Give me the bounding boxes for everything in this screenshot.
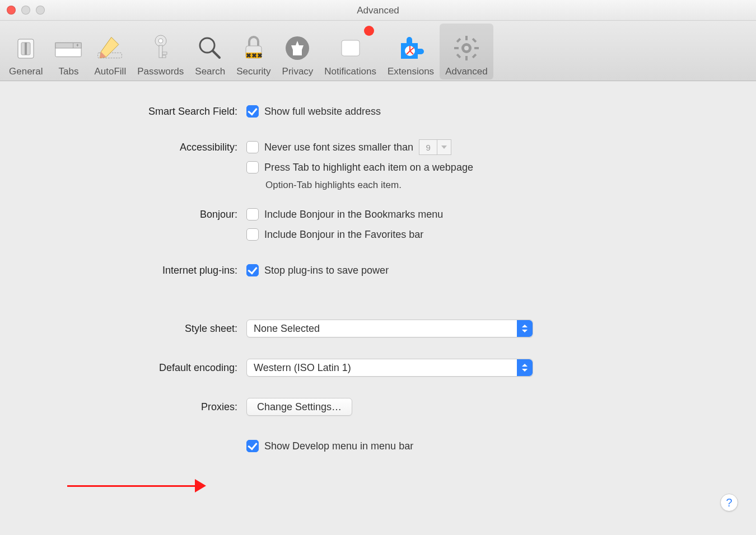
stop-plugins-text: Stop plug-ins to save power (264, 265, 389, 276)
bonjour-label: Bonjour: (22, 207, 246, 222)
toolbar-item-label: Advanced (445, 66, 488, 77)
smart-search-label: Smart Search Field: (22, 104, 246, 119)
chevron-down-icon[interactable] (437, 139, 451, 155)
svg-rect-35 (456, 38, 461, 43)
select-arrows-icon (517, 359, 533, 376)
press-tab-text: Press Tab to highlight each item on a we… (264, 162, 473, 173)
accessibility-hint: Option-Tab highlights each item. (265, 180, 734, 191)
svg-rect-10 (159, 45, 162, 58)
plugins-label: Internet plug-ins: (22, 262, 246, 278)
toolbar-item-general[interactable]: General (3, 24, 48, 79)
toolbar-item-tabs[interactable]: + Tabs (48, 24, 88, 79)
bonjour-bookmarks-checkbox[interactable] (246, 208, 259, 220)
toolbar-item-label: General (9, 66, 43, 77)
svg-rect-36 (472, 38, 477, 43)
toolbar-item-advanced[interactable]: Advanced (440, 24, 493, 79)
preferences-content: Smart Search Field: Show full website ad… (0, 81, 756, 458)
style-sheet-select[interactable]: None Selected (246, 320, 533, 337)
svg-text:+: + (76, 42, 80, 48)
svg-rect-31 (465, 36, 468, 40)
change-settings-button[interactable]: Change Settings… (246, 398, 352, 416)
toolbar-item-label: Notifications (324, 66, 376, 77)
autofill-icon (96, 34, 125, 63)
toolbar-item-autofill[interactable]: AutoFill (88, 24, 132, 79)
svg-point-39 (464, 46, 469, 50)
minimize-window-button[interactable] (21, 6, 30, 15)
security-icon (239, 34, 268, 63)
default-encoding-value: Western (ISO Latin 1) (254, 362, 351, 374)
show-full-url-checkbox[interactable] (246, 105, 259, 118)
min-font-text: Never use font sizes smaller than (264, 142, 413, 153)
svg-rect-38 (472, 54, 477, 58)
preferences-toolbar: General + Tabs AutoFill Passwords Search… (0, 21, 756, 81)
help-button[interactable]: ? (720, 494, 738, 511)
extensions-icon (396, 34, 426, 63)
toolbar-item-search[interactable]: Search (189, 24, 231, 79)
show-develop-menu-text: Show Develop menu in menu bar (264, 440, 413, 452)
titlebar: Advanced (0, 0, 756, 21)
svg-line-14 (213, 51, 220, 58)
proxies-label: Proxies: (22, 398, 246, 416)
default-encoding-label: Default encoding: (22, 359, 246, 377)
search-icon (195, 34, 225, 63)
show-full-url-text: Show full website address (264, 106, 381, 118)
toolbar-item-label: Security (236, 66, 270, 77)
notifications-badge-icon (364, 26, 374, 36)
toolbar-item-label: Search (195, 66, 225, 77)
svg-point-9 (158, 39, 163, 43)
toolbar-item-label: AutoFill (94, 66, 126, 77)
min-font-size-input[interactable] (419, 139, 437, 155)
toolbar-item-privacy[interactable]: Privacy (277, 24, 319, 79)
svg-rect-34 (474, 47, 479, 49)
bonjour-bookmarks-text: Include Bonjour in the Bookmarks menu (264, 209, 443, 220)
toolbar-item-label: Passwords (137, 66, 184, 77)
toolbar-item-passwords[interactable]: Passwords (132, 24, 189, 79)
min-font-checkbox[interactable] (246, 141, 259, 153)
privacy-icon (283, 34, 312, 63)
toolbar-item-notifications[interactable]: Notifications (319, 24, 382, 79)
svg-rect-37 (456, 54, 461, 58)
svg-rect-2 (25, 43, 27, 55)
min-font-size-stepper[interactable] (419, 139, 451, 155)
bonjour-favorites-checkbox[interactable] (246, 228, 259, 241)
show-develop-menu-checkbox[interactable] (246, 440, 259, 452)
svg-rect-33 (454, 47, 459, 49)
advanced-icon (452, 34, 481, 63)
style-sheet-value: None Selected (254, 323, 320, 335)
svg-rect-32 (465, 56, 468, 60)
toolbar-item-label: Tabs (59, 66, 79, 77)
annotation-arrow-icon (67, 479, 213, 492)
select-arrows-icon (517, 320, 533, 337)
svg-rect-24 (342, 40, 360, 56)
passwords-icon (146, 34, 175, 63)
default-encoding-select[interactable]: Western (ISO Latin 1) (246, 359, 533, 377)
general-icon (11, 34, 40, 63)
press-tab-checkbox[interactable] (246, 161, 259, 173)
tabs-icon: + (54, 34, 83, 63)
svg-rect-12 (162, 55, 166, 58)
notifications-icon (336, 34, 365, 63)
window-controls (7, 6, 45, 15)
window-title: Advanced (357, 5, 399, 16)
bonjour-favorites-text: Include Bonjour in the Favorites bar (264, 229, 423, 241)
close-window-button[interactable] (7, 6, 16, 15)
toolbar-item-security[interactable]: Security (231, 24, 276, 79)
svg-rect-11 (162, 52, 167, 54)
stop-plugins-checkbox[interactable] (246, 264, 259, 276)
toolbar-item-label: Privacy (282, 66, 314, 77)
zoom-window-button[interactable] (36, 6, 45, 15)
toolbar-item-extensions[interactable]: Extensions (382, 24, 440, 79)
style-sheet-label: Style sheet: (22, 320, 246, 337)
accessibility-label: Accessibility: (22, 139, 246, 155)
toolbar-item-label: Extensions (388, 66, 434, 77)
